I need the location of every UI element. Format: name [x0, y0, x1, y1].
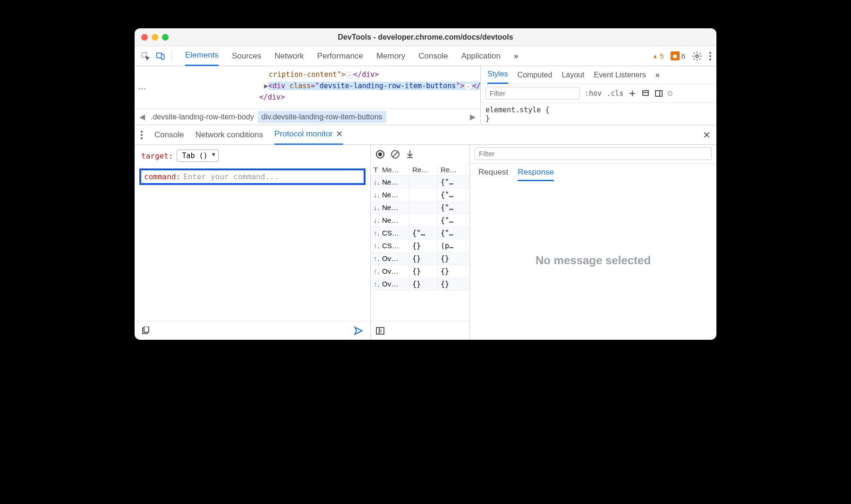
- styles-tab-styles[interactable]: Styles: [487, 66, 508, 84]
- protocol-table[interactable]: T Me… Re… Re… ↓Ne…{"…↓Ne…{"…↓Ne…{"…↓Ne…{…: [371, 164, 469, 321]
- svg-point-6: [709, 59, 711, 60]
- style-rule-open: element.style {: [485, 106, 712, 114]
- warnings-badge[interactable]: 5: [652, 52, 664, 60]
- computed-styles-icon[interactable]: [641, 89, 650, 98]
- table-row[interactable]: ↑↓Ov…{}{}: [371, 265, 469, 278]
- dom-line[interactable]: </div>: [146, 92, 476, 103]
- breadcrumb-item[interactable]: .devsite-landing-row-item-body: [151, 113, 254, 121]
- main-tabs: Elements Sources Network Performance Mem…: [185, 46, 649, 66]
- copy-icon[interactable]: [141, 327, 150, 335]
- protocol-toolbar: [371, 145, 469, 164]
- dom-tree[interactable]: cription-content">⋯</div> ▶<div class="d…: [135, 66, 480, 109]
- more-menu-icon[interactable]: [709, 51, 712, 61]
- tab-sources[interactable]: Sources: [232, 46, 261, 66]
- toggle-sidebar-icon[interactable]: [655, 89, 663, 98]
- minimize-window-button[interactable]: [152, 34, 158, 41]
- table-row[interactable]: ↑↓CS…{"…{"…: [371, 227, 469, 240]
- svg-rect-17: [376, 328, 384, 334]
- drawer-tab-label: Protocol monitor: [274, 129, 333, 139]
- protocol-footer: [371, 321, 469, 340]
- tab-memory[interactable]: Memory: [376, 46, 405, 66]
- dom-panel: ⋯ cription-content">⋯</div> ▶<div class=…: [135, 66, 480, 125]
- detail-tab-request[interactable]: Request: [478, 168, 508, 181]
- download-icon[interactable]: [406, 150, 414, 159]
- col-request[interactable]: Re…: [409, 164, 438, 176]
- window-controls: [141, 34, 169, 41]
- svg-point-5: [709, 55, 711, 57]
- svg-rect-2: [162, 54, 164, 59]
- dom-line-selected[interactable]: ▶<div class="devsite-landing-row-item-bu…: [146, 80, 476, 92]
- errors-badge[interactable]: ■ 6: [671, 51, 685, 60]
- drawer-tab-network-conditions[interactable]: Network conditions: [195, 125, 263, 145]
- table-row[interactable]: ↓Ne…{"…: [371, 176, 469, 189]
- close-tab-icon[interactable]: ✕: [336, 129, 343, 139]
- col-type[interactable]: T: [371, 164, 379, 176]
- styles-tabs-overflow-icon[interactable]: »: [655, 71, 660, 79]
- table-row[interactable]: ↑↓CS…{}(p…: [371, 240, 469, 252]
- detail-panel: Request Response No message selected: [470, 145, 716, 340]
- col-response[interactable]: Re…: [438, 164, 466, 176]
- table-row[interactable]: ↑↓Ov…{}{}: [371, 252, 469, 265]
- table-row[interactable]: ↓Ne…{"…: [371, 189, 469, 202]
- tab-elements[interactable]: Elements: [185, 46, 219, 66]
- svg-point-10: [141, 134, 143, 136]
- toolbar-right: 5 ■ 6: [652, 51, 712, 61]
- detail-tab-response[interactable]: Response: [518, 168, 554, 181]
- settings-gear-icon[interactable]: [692, 51, 702, 61]
- styles-code[interactable]: element.style { }: [481, 103, 716, 125]
- window-title: DevTools - developer.chrome.com/docs/dev…: [135, 33, 716, 42]
- clear-icon[interactable]: [391, 150, 400, 159]
- drawer-tab-console[interactable]: Console: [154, 125, 184, 145]
- dom-collapsed-indicator: ⋯: [138, 84, 146, 93]
- cls-toggle[interactable]: .cls: [606, 89, 623, 98]
- drawer-tabs: Console Network conditions Protocol moni…: [135, 125, 716, 145]
- drawer-tab-protocol-monitor[interactable]: Protocol monitor ✕: [274, 125, 343, 145]
- toggle-left-panel-icon[interactable]: [375, 326, 385, 336]
- command-input-highlight: command: Enter your command...: [139, 168, 366, 185]
- divider: [171, 50, 172, 62]
- tab-network[interactable]: Network: [274, 46, 304, 66]
- crumb-scroll-left-icon[interactable]: ◀: [137, 112, 147, 121]
- protocol-table-body: ↓Ne…{"…↓Ne…{"…↓Ne…{"…↓Ne…{"…↑↓CS…{"…{"…↑…: [371, 176, 469, 291]
- tab-console[interactable]: Console: [418, 46, 448, 66]
- close-window-button[interactable]: [141, 34, 148, 41]
- styles-tab-event-listeners[interactable]: Event Listeners: [594, 71, 646, 79]
- target-select[interactable]: Tab (): [177, 150, 218, 162]
- command-footer: [135, 321, 370, 340]
- table-row[interactable]: ↑↓Ov…{}{}: [371, 278, 469, 291]
- styles-tab-computed[interactable]: Computed: [518, 71, 553, 79]
- command-input[interactable]: Enter your command...: [183, 172, 279, 181]
- crumb-scroll-right-icon[interactable]: ▶: [468, 112, 477, 121]
- close-drawer-icon[interactable]: ✕: [703, 129, 711, 141]
- tab-application[interactable]: Application: [461, 46, 501, 66]
- protocol-filter-input[interactable]: [475, 147, 712, 160]
- breadcrumb-bar: ◀ .devsite-landing-row-item-body div.dev…: [135, 109, 480, 125]
- new-style-rule-icon[interactable]: [628, 89, 637, 98]
- col-method[interactable]: Me…: [379, 164, 409, 176]
- breadcrumb-item-active[interactable]: div.devsite-landing-row-item-buttons: [258, 111, 386, 123]
- rendering-emulations-icon[interactable]: [668, 91, 672, 96]
- titlebar: DevTools - developer.chrome.com/docs/dev…: [135, 28, 716, 46]
- styles-filter-input[interactable]: [485, 87, 580, 100]
- detail-empty-message: No message selected: [470, 181, 716, 340]
- drawer-body: target: Tab () command: Enter your comma…: [135, 145, 716, 340]
- styles-toolbar: :hov .cls: [481, 84, 716, 103]
- styles-tab-layout[interactable]: Layout: [562, 71, 584, 79]
- hov-toggle[interactable]: :hov: [585, 89, 602, 98]
- record-icon[interactable]: [375, 150, 385, 159]
- styles-tabs: Styles Computed Layout Event Listeners »: [481, 66, 716, 84]
- table-row[interactable]: ↓Ne…{"…: [371, 214, 469, 227]
- tab-performance[interactable]: Performance: [317, 46, 363, 66]
- maximize-window-button[interactable]: [162, 34, 169, 41]
- command-label: command:: [144, 172, 180, 181]
- tabs-overflow-icon[interactable]: »: [514, 46, 518, 66]
- table-row[interactable]: ↓Ne…{"…: [371, 202, 469, 214]
- drawer: Console Network conditions Protocol moni…: [135, 125, 716, 340]
- send-command-icon[interactable]: [353, 326, 364, 336]
- inspect-element-icon[interactable]: [139, 50, 152, 62]
- protocol-table-header: T Me… Re… Re…: [371, 164, 469, 176]
- dom-line[interactable]: cription-content">⋯</div>: [146, 69, 476, 80]
- device-toolbar-icon[interactable]: [154, 50, 167, 62]
- drawer-menu-icon[interactable]: [140, 130, 143, 140]
- svg-point-4: [709, 52, 711, 54]
